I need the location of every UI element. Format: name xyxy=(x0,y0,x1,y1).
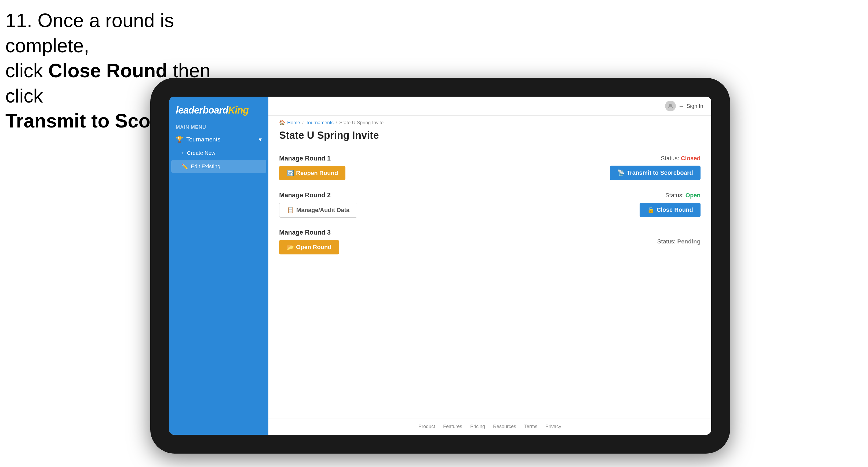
footer-resources[interactable]: Resources xyxy=(493,424,516,429)
content-area: Manage Round 1 🔄 Reopen Round Status: Cl… xyxy=(269,147,711,418)
plus-icon: + xyxy=(181,150,184,156)
round-2-status-value: Open xyxy=(685,192,701,198)
round-1-section: Manage Round 1 🔄 Reopen Round Status: Cl… xyxy=(279,149,701,186)
audit-icon: 📋 xyxy=(287,207,294,214)
sidebar-section-label: MAIN MENU xyxy=(169,121,269,132)
sign-in-label: Sign In xyxy=(687,103,703,109)
sidebar-tournaments-label: Tournaments xyxy=(186,136,220,143)
round-2-title: Manage Round 2 xyxy=(279,191,357,199)
footer-features[interactable]: Features xyxy=(443,424,462,429)
avatar xyxy=(665,101,676,112)
round-2-section: Manage Round 2 📋 Manage/Audit Data Statu… xyxy=(279,186,701,223)
round-3-section: Manage Round 3 📂 Open Round Status: Pend… xyxy=(279,223,701,260)
round-2-left: Manage Round 2 📋 Manage/Audit Data xyxy=(279,191,357,218)
open-round-label: Open Round xyxy=(296,244,332,251)
reopen-round-label: Reopen Round xyxy=(296,169,338,177)
round-1-left: Manage Round 1 🔄 Reopen Round xyxy=(279,155,345,180)
footer-product[interactable]: Product xyxy=(418,424,435,429)
breadcrumb-home[interactable]: Home xyxy=(287,120,300,126)
round-1-right: Status: Closed 📡 Transmit to Scoreboard xyxy=(610,155,701,180)
footer-privacy[interactable]: Privacy xyxy=(546,424,561,429)
breadcrumb-current: State U Spring Invite xyxy=(339,120,383,126)
sidebar-logo: leaderboardKing xyxy=(169,97,269,121)
app-layout: leaderboardKing MAIN MENU 🏆 Tournaments … xyxy=(169,97,711,435)
sign-in-icon: → xyxy=(679,103,684,109)
footer-terms[interactable]: Terms xyxy=(524,424,537,429)
top-nav: → Sign In xyxy=(269,97,711,116)
sidebar-create-new-label: Create New xyxy=(187,150,216,156)
close-icon: 🔒 xyxy=(647,207,654,213)
manage-audit-label: Manage/Audit Data xyxy=(296,207,349,214)
sidebar: leaderboardKing MAIN MENU 🏆 Tournaments … xyxy=(169,97,269,435)
breadcrumb-tournaments[interactable]: Tournaments xyxy=(306,120,334,126)
round-3-status: Status: Pending xyxy=(657,238,701,245)
logo-leaderboard: leaderboard xyxy=(176,105,228,116)
round-2-right: Status: Open 🔒 Close Round xyxy=(640,192,701,217)
edit-icon: ✏️ xyxy=(181,163,188,169)
tablet-screen: leaderboardKing MAIN MENU 🏆 Tournaments … xyxy=(169,97,711,435)
logo-king: King xyxy=(228,105,249,116)
sidebar-item-edit-existing[interactable]: ✏️ Edit Existing xyxy=(171,160,266,173)
round-3-right: Status: Pending xyxy=(657,238,701,245)
logo: leaderboardKing xyxy=(176,105,262,116)
footer-pricing[interactable]: Pricing xyxy=(470,424,485,429)
breadcrumb-sep1: / xyxy=(302,120,304,126)
round-3-title: Manage Round 3 xyxy=(279,229,339,236)
transmit-icon: 📡 xyxy=(617,169,625,176)
round-3-status-value: Pending xyxy=(677,238,701,245)
transmit-scoreboard-label: Transmit to Scoreboard xyxy=(627,169,693,176)
round-1-title: Manage Round 1 xyxy=(279,155,345,162)
reopen-icon: 🔄 xyxy=(287,169,294,177)
round-1-status-value: Closed xyxy=(681,155,701,162)
sidebar-item-tournaments-left: 🏆 Tournaments xyxy=(176,136,220,143)
round-3-left: Manage Round 3 📂 Open Round xyxy=(279,229,339,254)
tablet-frame: leaderboardKing MAIN MENU 🏆 Tournaments … xyxy=(150,78,730,454)
footer: Product Features Pricing Resources Terms… xyxy=(269,418,711,435)
chevron-down-icon: ▾ xyxy=(259,136,262,143)
round-1-status: Status: Closed xyxy=(661,155,701,162)
close-round-button[interactable]: 🔒 Close Round xyxy=(640,203,701,217)
sidebar-item-tournaments[interactable]: 🏆 Tournaments ▾ xyxy=(169,132,269,147)
home-icon: 🏠 xyxy=(279,120,285,126)
transmit-scoreboard-button[interactable]: 📡 Transmit to Scoreboard xyxy=(610,165,701,180)
open-round-button[interactable]: 📂 Open Round xyxy=(279,240,339,254)
reopen-round-button[interactable]: 🔄 Reopen Round xyxy=(279,166,345,180)
instruction-line2: click xyxy=(5,60,48,81)
sidebar-edit-existing-label: Edit Existing xyxy=(191,163,220,169)
trophy-icon: 🏆 xyxy=(176,136,183,143)
manage-audit-button[interactable]: 📋 Manage/Audit Data xyxy=(279,203,357,218)
breadcrumb: 🏠 Home / Tournaments / State U Spring In… xyxy=(269,116,711,127)
page-title: State U Spring Invite xyxy=(269,127,711,147)
sidebar-item-create-new[interactable]: + Create New xyxy=(169,147,269,159)
close-round-label: Close Round xyxy=(656,207,693,213)
open-icon: 📂 xyxy=(287,244,294,251)
instruction-line1: 11. Once a round is complete, xyxy=(5,10,174,56)
round-2-status: Status: Open xyxy=(665,192,701,199)
breadcrumb-sep2: / xyxy=(336,120,337,126)
instruction-bold1: Close Round xyxy=(48,60,167,81)
sign-in-area[interactable]: → Sign In xyxy=(665,101,703,112)
main-content: → Sign In 🏠 Home / Tournaments / State U… xyxy=(269,97,711,435)
